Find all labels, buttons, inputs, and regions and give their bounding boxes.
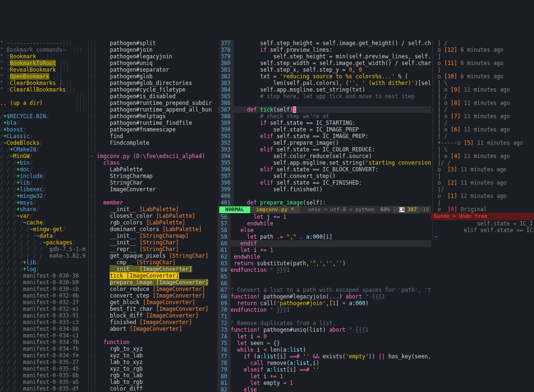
undo-node[interactable]: | o [12] 6 minutes ago [431,47,534,53]
tag-item[interactable]: ||| block_diff [ImageConverter] [87,312,217,319]
tag-item[interactable]: ||| xyz_to_lab [87,352,217,359]
tag-item[interactable]: ||| lab_to_xyz [87,359,217,365]
undo-node[interactable]: | | o [9] 11 minutes ago [431,86,534,93]
file-tree-pane[interactable]: " -----------------|||" Bookmark command… [0,27,87,392]
tree-item[interactable]: / / /~var/ [0,213,87,219]
tag-item[interactable]: ||| StringChar [87,179,217,186]
tag-item[interactable]: ||| convert_step [ImageConverter] [87,292,217,299]
tree-item[interactable]: / / / manifest-0-030-38 [0,272,87,279]
tag-item[interactable]: ||| __init__ [LabPalette] [87,206,217,213]
tree-item[interactable]: / / /+bin/ [0,159,87,166]
undo-node[interactable]: | | / [431,93,534,100]
code-pane[interactable]: |377 self.step_height = self.image.get_h… [217,27,431,392]
undo-node[interactable]: | | [431,173,534,179]
tag-item[interactable]: ||| finished [ImageConverter] [87,319,217,326]
tag-item[interactable]: ||| lab_to_rgb [87,379,217,385]
undo-node[interactable]: | | o [4] 11 minutes ago [431,153,534,159]
tree-item[interactable]: / / /+doc/ [0,166,87,173]
tree-item[interactable]: / / /+libexec/ [0,186,87,193]
tree-item[interactable]: / / / / /~mingw-get/ [0,226,87,233]
gundo-pane[interactable]: | | /| o [12] 6 minutes ago| || o [11] 6… [431,27,534,392]
tree-item[interactable]: / / / manifest-0-034-fb [0,345,87,352]
tree-item[interactable]: /+CLassic/ [0,133,87,140]
tree-item[interactable]: / / / manifest-0-035-27 [0,359,87,365]
undo-node[interactable]: | | / [431,120,534,126]
undo-node[interactable]: | o [2] 11 minutes ago [431,179,534,186]
tree-item[interactable]: / / / / / / /~packages/ [0,239,87,246]
undo-node[interactable]: | | \ [431,80,534,86]
undo-node[interactable]: | | / [431,133,534,140]
undo-node[interactable]: | | o [8] 11 minutes ago [431,100,534,106]
tree-item[interactable]: /+bla/ [0,120,87,126]
undo-node[interactable]: | | [431,53,534,60]
tree-item[interactable]: / / /+lib/ [0,179,87,186]
undo-node[interactable]: | o [11] 6 minutes ago [431,60,534,66]
tag-item[interactable]: ||| rgb_to_xyz [87,345,217,352]
tag-item[interactable]: ||| abort [ImageConverter] [87,326,217,332]
tag-item[interactable]: ||| __init__ [StringChar] [87,239,217,246]
tree-item[interactable]: / / / manifest-0-035-df [0,385,87,392]
tag-item[interactable]: ||| best_fit_char [ImageConverter] [87,306,217,312]
undo-node[interactable]: | | [431,66,534,73]
undo-node[interactable]: | o [0] Original [431,206,534,213]
undo-node[interactable]: | | / [431,40,534,47]
tree-item[interactable]: / / / manifest-0-033-91 [0,312,87,319]
tree-item[interactable]: /+$RECYCLE.BIN/ [0,113,87,120]
tree-item[interactable]: / / /+msys/ [0,199,87,206]
undo-node[interactable]: | | \ [431,146,534,153]
tree-item[interactable]: / / / /~cache/ [0,219,87,226]
tag-item[interactable]: ||| __init__ [StringCharmap] [87,233,217,239]
tree-item[interactable]: / / / manifest-0-030-cb [0,286,87,292]
undo-node[interactable]: | | / [431,106,534,113]
tree-item[interactable]: / / / manifest-0-032-e1 [0,306,87,312]
tree-item[interactable]: / / / manifest-0-030-b9 [0,279,87,286]
undo-node[interactable]: | o [10] 6 minutes ago [431,73,534,80]
tag-item[interactable]: ||| closest_color [LabPalette] [87,213,217,219]
tree-item[interactable]: / / /+mingw32/ [0,193,87,199]
tag-item[interactable]: ||| StringCharmap [87,173,217,179]
tree-item[interactable]: / / / manifest-0-034-fb [0,339,87,345]
tag-item[interactable]: ||| dominant_colors [LabPalette] [87,226,217,233]
tag-item[interactable]: ||| get_block [ImageConverter] [87,299,217,306]
tree-item[interactable]: / / / / / / / make-3.82.9 [0,252,87,259]
tree-item[interactable]: / / / manifest-0-033-c3 [0,319,87,326]
tree-item[interactable]: / / / manifest-0-032-0b [0,292,87,299]
undo-node[interactable]: | +-----o [5] 11 minutes ago [431,140,534,146]
tree-item[interactable]: / / / manifest-0-035-a5 [0,379,87,385]
tree-item[interactable]: / / / / / /~data/ [0,233,87,239]
tag-item[interactable]: ||| ImageConverter [87,186,217,193]
tree-item[interactable]: / / / manifest-0-032-2f [0,299,87,306]
tag-item[interactable]: ||| color_diff [87,385,217,392]
undo-node[interactable]: | |/ / [431,159,534,166]
tree-item[interactable]: /+boost/ [0,126,87,133]
tree-item[interactable]: / / /+include/ [0,173,87,179]
tag-item[interactable]: ||| get_opaque_pixels [StringChar] [87,252,217,259]
tag-item[interactable]: ||| __repr__ [StringChar] [87,246,217,252]
tree-item[interactable]: / / / / / / / gdb-7.5-1-m [0,246,87,252]
undo-node[interactable]: | | o [7] 11 minutes ago [431,113,534,120]
tag-item[interactable]: ||| color_reduce [ImageConverter] [87,286,217,292]
undo-node[interactable]: | |/ [431,186,534,193]
tag-item[interactable]: ||| __cmp__ [StringChar] [87,259,217,266]
undo-node[interactable]: | | [431,199,534,206]
tag-item[interactable]: ||| __init__ [ImageConverter] [87,266,217,272]
undo-node[interactable]: | o [1] 12 minutes ago [431,193,534,199]
tag-item[interactable]: ||| tick [ImageConverter] [87,272,217,279]
tree-item[interactable]: / / / manifest-0-035-45 [0,365,87,372]
tree-item[interactable]: / / / manifest-0-035-6b [0,372,87,379]
tag-item[interactable]: ||| xyz_to_rgb [87,365,217,372]
tree-item[interactable]: / / / manifest-0-034-c1 [0,332,87,339]
taglist-pane[interactable]: ||| pathogen#split||| pathogen#join||| p… [87,27,217,392]
tag-item[interactable]: ||| prepare_image [ImageConverter] [87,279,217,286]
tree-item[interactable]: / / / manifest-0-034-bb [0,326,87,332]
undo-node[interactable]: | o [3] 11 minutes ago [431,166,534,173]
tree-item[interactable]: /~CodeBlocks/ [0,140,87,146]
tree-item[interactable]: / / /+share/ [0,206,87,213]
tree-item[interactable]: / / / /+lib/ [0,259,87,266]
tag-item[interactable]: ||| LabPalette [87,166,217,173]
tree-item[interactable]: / /~MinGW/ [0,153,87,159]
tag-item[interactable]: ||| rgb_to_lab [87,372,217,379]
tree-item[interactable]: / /+CMake28/ [0,146,87,153]
undo-node[interactable]: | | o [6] 11 minutes ago [431,126,534,133]
tree-item[interactable]: / / / /+log/ [0,266,87,272]
